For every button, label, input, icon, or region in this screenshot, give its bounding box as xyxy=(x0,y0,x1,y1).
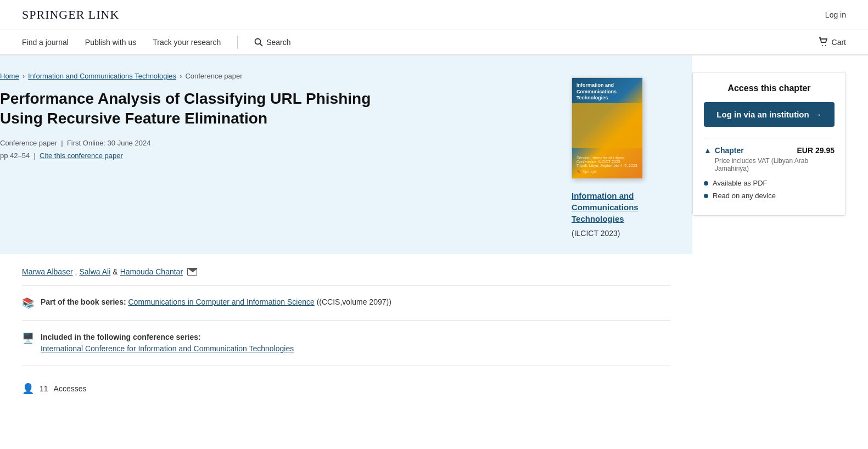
feature-device: Read on any device xyxy=(704,192,835,200)
chapter-label: Chapter xyxy=(715,146,744,155)
hero-right: Information and Communications Technolog… xyxy=(572,72,670,238)
conference-icon: 🖥️ xyxy=(22,332,34,344)
content-area: Marwa Albaser , Salwa Ali & Hamouda Chan… xyxy=(0,254,692,395)
chapter-label-area: ▲ Chapter xyxy=(704,146,744,155)
access-card-title: Access this chapter xyxy=(704,83,835,93)
book-cover-title: Information and Communications Technolog… xyxy=(576,82,638,102)
chapter-row: ▲ Chapter EUR 29.95 Price includes VAT (… xyxy=(704,138,835,200)
series-sub: ((CCIS,volume 2097)) xyxy=(317,298,391,306)
breadcrumb: Home › Information and Communications Te… xyxy=(0,72,550,80)
chapter-header: ▲ Chapter EUR 29.95 xyxy=(704,146,835,155)
book-series-content: Part of the book series: Communications … xyxy=(41,296,391,308)
accesses-row: 👤 11 Accesses xyxy=(22,377,670,395)
chapter-vat: Price includes VAT (Libyan Arab Jamahiri… xyxy=(715,157,835,172)
right-col: Access this chapter Log in via an instit… xyxy=(692,55,868,395)
bullet-dot-1 xyxy=(704,181,708,186)
svg-point-3 xyxy=(825,45,826,46)
accesses-label: Accesses xyxy=(54,384,87,393)
feature-pdf-label: Available as PDF xyxy=(713,179,767,187)
series-link[interactable]: Communications in Computer and Informati… xyxy=(128,298,314,306)
accesses-icon: 👤 xyxy=(22,383,34,395)
nav-track-research[interactable]: Track your research xyxy=(153,38,221,47)
paper-meta-pages: pp 42–54 | Cite this conference paper xyxy=(0,151,550,160)
arrow-icon: → xyxy=(814,110,822,119)
email-icon[interactable] xyxy=(187,268,197,276)
top-bar: Springer Link Log in xyxy=(0,0,868,30)
book-info-panel: Information and Communications Technolog… xyxy=(572,179,670,238)
feature-pdf: Available as PDF xyxy=(704,179,835,187)
book-cover-bottom: Second International Libyan Conference, … xyxy=(576,156,638,174)
paper-first-online: First Online: 30 June 2024 xyxy=(67,139,150,147)
svg-point-2 xyxy=(822,45,823,46)
chevron-up-icon[interactable]: ▲ xyxy=(704,146,712,155)
author-1[interactable]: Marwa Albaser xyxy=(22,267,73,276)
feature-list: Available as PDF Read on any device xyxy=(704,179,835,200)
search-area[interactable]: Search xyxy=(254,38,290,47)
paper-meta-type: Conference paper | First Online: 30 June… xyxy=(0,139,550,147)
conference-content: Included in the following conference ser… xyxy=(41,332,294,355)
cart-area[interactable]: Cart xyxy=(819,37,846,47)
feature-device-label: Read on any device xyxy=(713,192,776,200)
cite-link[interactable]: Cite this conference paper xyxy=(40,151,123,160)
hero-section: Home › Information and Communications Te… xyxy=(0,55,692,254)
access-card: Access this chapter Log in via an instit… xyxy=(692,72,846,216)
chapter-price: EUR 29.95 xyxy=(797,146,835,155)
nav-publish-with-us[interactable]: Publish with us xyxy=(85,38,136,47)
book-series-title[interactable]: Information and Communications Technolog… xyxy=(572,190,670,224)
nav-divider xyxy=(237,36,238,49)
svg-point-0 xyxy=(255,39,261,44)
login-link[interactable]: Log in xyxy=(825,10,846,19)
book-series-sub: (ILCICT 2023) xyxy=(572,229,670,238)
bullet-dot-2 xyxy=(704,194,708,198)
cart-icon xyxy=(819,37,828,47)
authors-line: Marwa Albaser , Salwa Ali & Hamouda Chan… xyxy=(22,267,670,276)
author-2[interactable]: Salwa Ali xyxy=(79,267,110,276)
accesses-count: 11 xyxy=(40,384,48,393)
search-icon xyxy=(254,38,263,47)
cart-label: Cart xyxy=(832,38,846,47)
authors-section: Marwa Albaser , Salwa Ali & Hamouda Chan… xyxy=(22,254,670,285)
search-label: Search xyxy=(266,38,290,47)
svg-line-1 xyxy=(260,44,263,47)
site-logo: Springer Link xyxy=(22,8,119,22)
book-series-row: 📚 Part of the book series: Communication… xyxy=(22,296,670,321)
login-institution-button[interactable]: Log in via an institution → xyxy=(704,102,835,127)
conference-link[interactable]: International Conference for Information… xyxy=(41,344,294,353)
breadcrumb-category[interactable]: Information and Communications Technolog… xyxy=(28,72,176,80)
page-title: Performance Analysis of Classifying URL … xyxy=(0,89,373,129)
breadcrumb-home[interactable]: Home xyxy=(0,72,19,80)
nav-find-journal[interactable]: Find a journal xyxy=(22,38,69,47)
author-3[interactable]: Hamouda Chantar xyxy=(120,267,183,276)
book-cover: Information and Communications Technolog… xyxy=(572,77,643,179)
book-series-icon: 📚 xyxy=(22,297,34,309)
breadcrumb-current: Conference paper xyxy=(185,72,242,80)
conference-series-row: 🖥️ Included in the following conference … xyxy=(22,332,670,366)
nav-bar: Find a journal Publish with us Track you… xyxy=(0,30,868,55)
